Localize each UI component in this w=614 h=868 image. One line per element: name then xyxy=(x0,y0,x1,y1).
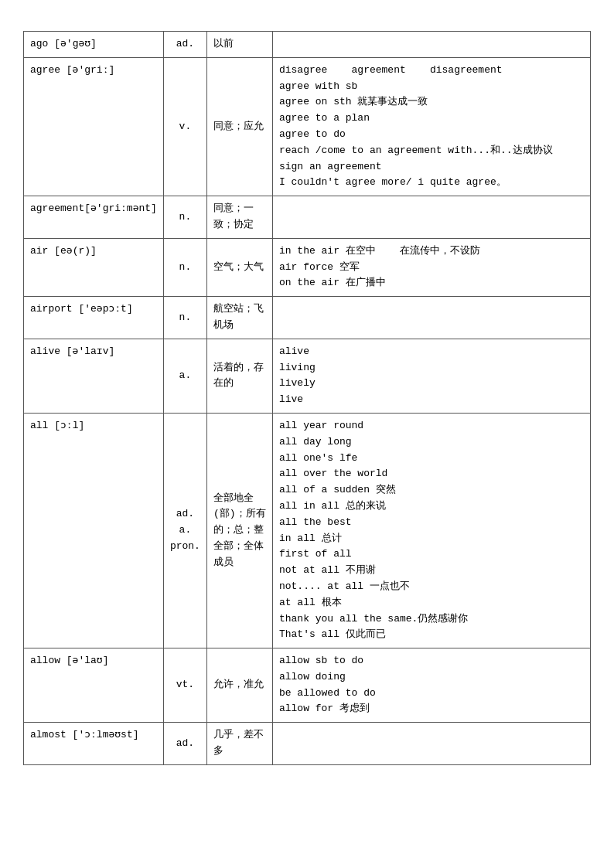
word-cell: airport ['eəpɔːt] xyxy=(24,297,164,339)
word-cell: allow [ə'laʊ] xyxy=(24,648,164,723)
table-row: alive [ə'laɪv]a.活着的，存在的alive living live… xyxy=(24,339,591,413)
table-row: almost ['ɔːlməʊst]ad.几乎，差不多 xyxy=(24,723,591,765)
table-row: airport ['eəpɔːt]n.航空站；飞机场 xyxy=(24,297,591,339)
zh-cell: 空气；大气 xyxy=(206,238,272,296)
zh-cell: 同意；一致；协定 xyxy=(206,196,272,239)
pos-cell: n. xyxy=(163,238,206,296)
table-row: all [ɔːl]ad. a. pron.全部地全(部)；所有的；总；整全部；全… xyxy=(24,413,591,648)
zh-cell: 航空站；飞机场 xyxy=(206,297,272,339)
zh-cell: 几乎，差不多 xyxy=(206,723,272,765)
zh-cell: 同意；应允 xyxy=(206,57,272,196)
word-cell: almost ['ɔːlməʊst] xyxy=(24,723,164,765)
word-cell: agree [ə'griː] xyxy=(24,57,164,196)
pos-cell: ad. a. pron. xyxy=(163,413,206,648)
notes-cell xyxy=(272,723,590,765)
table-row: air [eə(r)]n.空气；大气in the air 在空中 在流传中，不设… xyxy=(24,238,591,296)
notes-cell: disagree agreement disagreement agree wi… xyxy=(272,57,590,196)
table-row: agree [ə'griː]v.同意；应允disagree agreement … xyxy=(24,57,591,196)
word-cell: ago [ə'gəʊ] xyxy=(24,32,164,58)
pos-cell: n. xyxy=(163,297,206,339)
word-cell: all [ɔːl] xyxy=(24,413,164,648)
pos-cell: ad. xyxy=(163,723,206,765)
table-row: agreement[ə'griːmənt]n.同意；一致；协定 xyxy=(24,196,591,239)
word-cell: agreement[ə'griːmənt] xyxy=(24,196,164,239)
table-row: ago [ə'gəʊ]ad.以前 xyxy=(24,32,591,58)
notes-cell: in the air 在空中 在流传中，不设防 air force 空军 on … xyxy=(272,238,590,296)
zh-cell: 以前 xyxy=(206,32,272,58)
word-cell: alive [ə'laɪv] xyxy=(24,339,164,413)
notes-cell: alive living lively live xyxy=(272,339,590,413)
pos-cell: v. xyxy=(163,57,206,196)
pos-cell: vt. xyxy=(163,648,206,723)
word-cell: air [eə(r)] xyxy=(24,238,164,296)
vocabulary-table: ago [ə'gəʊ]ad.以前agree [ə'griː]v.同意；应允dis… xyxy=(23,31,591,765)
notes-cell: allow sb to do allow doing be allowed to… xyxy=(272,648,590,723)
table-row: allow [ə'laʊ]vt.允许，准允allow sb to do allo… xyxy=(24,648,591,723)
zh-cell: 活着的，存在的 xyxy=(206,339,272,413)
notes-cell: all year round all day long all one's lf… xyxy=(272,413,590,648)
pos-cell: ad. xyxy=(163,32,206,58)
pos-cell: a. xyxy=(163,339,206,413)
zh-cell: 允许，准允 xyxy=(206,648,272,723)
notes-cell xyxy=(272,32,590,58)
notes-cell xyxy=(272,196,590,239)
zh-cell: 全部地全(部)；所有的；总；整全部；全体成员 xyxy=(206,413,272,648)
pos-cell: n. xyxy=(163,196,206,239)
notes-cell xyxy=(272,297,590,339)
